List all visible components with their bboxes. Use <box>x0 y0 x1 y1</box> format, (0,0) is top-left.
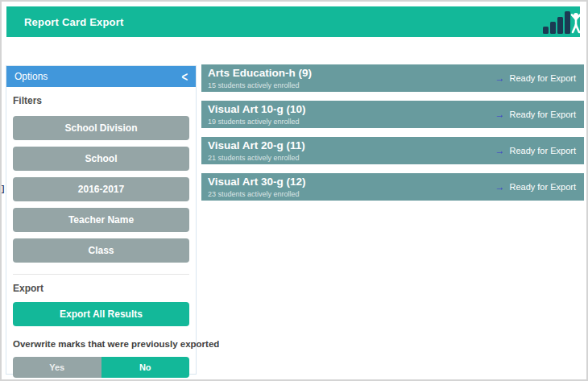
toggle-option[interactable]: Yes <box>13 357 101 378</box>
class-status: → Ready for Export <box>495 146 576 155</box>
options-panel: Options < Filters School Division School… <box>6 65 197 375</box>
class-row[interactable]: Visual Art 20-g (11) 21 students activel… <box>201 137 584 164</box>
filter-button[interactable]: School Division <box>13 116 189 140</box>
divider <box>13 274 189 275</box>
status-label: Ready for Export <box>509 73 576 83</box>
filters-label: Filters <box>13 95 189 106</box>
filter-button[interactable]: 2016-2017 <box>13 177 189 201</box>
filter-button[interactable]: Class <box>13 238 189 263</box>
toggle-option[interactable]: No <box>101 357 190 378</box>
app-window: Report Card Export Options < Filters <box>0 0 588 381</box>
class-row[interactable]: Arts Education-h (9) 15 students activel… <box>201 64 584 92</box>
arrow-right-icon: → <box>495 146 504 155</box>
collapse-chevron-icon[interactable]: < <box>181 69 188 84</box>
overwrite-label: Overwrite marks that were previously exp… <box>13 339 189 349</box>
page-title: Report Card Export <box>6 16 124 28</box>
options-panel-header[interactable]: Options < <box>6 66 196 87</box>
status-label: Ready for Export <box>509 146 576 155</box>
class-status: → Ready for Export <box>495 182 576 192</box>
arrow-right-icon: → <box>495 110 504 119</box>
export-all-results-button[interactable]: Export All Results <box>13 302 189 326</box>
toggle-option-label: Yes <box>49 362 64 372</box>
class-row[interactable]: Visual Art 30-g (12) 23 students activel… <box>201 173 584 201</box>
toggle-option-label: No <box>139 362 151 372</box>
filter-button[interactable]: School <box>13 147 189 171</box>
options-title: Options <box>14 71 48 82</box>
status-label: Ready for Export <box>509 182 576 192</box>
filter-button-list: School Division School 2016-2017 Teacher… <box>13 116 189 263</box>
arrow-right-icon: → <box>495 73 504 83</box>
export-label: Export <box>13 283 189 294</box>
class-row[interactable]: Visual Art 10-g (10) 19 students activel… <box>201 101 584 128</box>
class-status: → Ready for Export <box>495 73 576 83</box>
bar-chart-with-person-icon <box>540 8 580 35</box>
class-status: → Ready for Export <box>495 110 576 119</box>
overwrite-toggle: Yes No <box>13 357 189 378</box>
arrow-right-icon: → <box>495 182 504 192</box>
edge-artifact-text: ] <box>2 184 4 193</box>
status-label: Ready for Export <box>509 110 576 119</box>
filter-button[interactable]: Teacher Name <box>13 208 189 232</box>
class-list: Arts Education-h (9) 15 students activel… <box>201 64 584 379</box>
app-header: Report Card Export <box>6 6 580 37</box>
